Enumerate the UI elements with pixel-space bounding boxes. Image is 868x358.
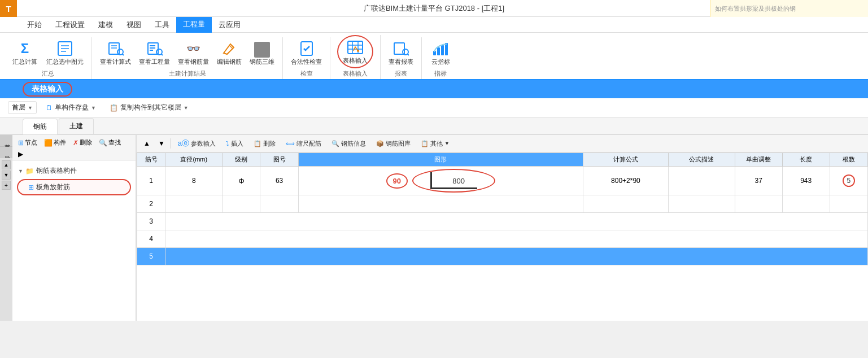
find-label: 查找 [108,138,121,147]
nav-arrow-down[interactable]: ▼ [2,171,11,180]
svg-rect-12 [150,45,155,46]
legality-check-button[interactable]: 合法性检查 [287,37,325,68]
view-formula-label: 查看计算式 [100,58,131,66]
other-icon: 📋 [421,140,429,147]
ribbon-group-summary-label: 汇总 [42,69,54,78]
delete-icon: ✗ [73,139,78,147]
menu-item-view[interactable]: 视图 [120,19,148,31]
sum-all-button[interactable]: Σ 汇总计算 [9,37,41,68]
right-delete-button[interactable]: 📋 删除 [250,138,279,149]
cell-id-1: 1 [137,167,165,195]
view-formula-button[interactable]: 查看计算式 [97,37,134,68]
edit-rebar-icon [220,40,238,58]
move-up-button[interactable]: ▲ [141,138,152,149]
rebar-info-button[interactable]: 🔍 钢筋信息 [328,138,369,149]
sidebar-tab-floor[interactable]: 首层 [0,135,12,147]
tree-area: ▼ 📁 钢筋表格构件 ⊞ 板角放射筋 [12,161,136,321]
col-header-count: 根数 [830,153,867,167]
tab-rebar[interactable]: 钢筋 [23,119,58,134]
table-row[interactable]: 2 [137,195,868,213]
toolbar-title: 表格输入 [23,82,72,97]
edit-rebar-button[interactable]: 编辑钢筋 [213,37,245,68]
left-panel: ⊞ 节点 🟧 构件 ✗ 删除 🔍 查找 ▶ ▼ 📁 钢筋表格构件 [12,135,137,321]
insert-button[interactable]: ⤵ 插入 [223,138,247,149]
left-toolbar: ⊞ 节点 🟧 构件 ✗ 删除 🔍 查找 ▶ [12,135,136,161]
child-icon: ⊞ [28,184,34,191]
svg-rect-27 [437,47,440,55]
other-button[interactable]: 📋 其他 ▼ [417,138,453,149]
table-input-icon [346,38,364,56]
save-member-button[interactable]: 🗒 单构件存盘 ▼ [41,102,101,113]
param-input-label: 参数输入 [191,139,216,148]
param-input-button[interactable]: aⓔ 参数输入 [175,137,219,150]
floor-selector[interactable]: 首层 ▼ [8,101,37,114]
delete-button[interactable]: ✗ 删除 [71,137,94,148]
cell-count-2 [830,195,867,213]
add-node-label: 节点 [25,138,37,147]
nav-arrow-up[interactable]: ▲ [2,160,11,169]
add-member-button[interactable]: 🟧 构件 [42,137,68,148]
cell-shape-1[interactable]: 90 800 [298,167,583,195]
add-node-icon: ⊞ [18,139,24,147]
view-quantity-button[interactable]: 查看工程量 [136,37,173,68]
scale-fit-button[interactable]: ⟺ 缩尺配筋 [282,138,325,149]
svg-point-22 [357,50,359,52]
tree-expand-icon: ▼ [18,168,23,174]
view-rebar-icon: 👓 [185,40,203,58]
col-header-grade: 级别 [223,153,260,167]
expand-icon[interactable]: ▶ [18,150,23,158]
tab-civil[interactable]: 土建 [59,118,94,134]
tree-root-item[interactable]: ▼ 📁 钢筋表格构件 [16,164,132,177]
move-down-button[interactable]: ▼ [156,138,167,149]
move-down-icon: ▼ [158,139,165,147]
table-row[interactable]: 4 [137,230,868,248]
svg-rect-14 [150,50,153,51]
copy-dropdown-icon: ▼ [184,105,189,111]
shape-val1: 90 [393,177,401,185]
menu-item-quantity[interactable]: 工程量 [176,17,212,33]
col-header-adj: 单曲调整 [735,153,782,167]
ribbon-group-index-label: 指标 [434,69,447,78]
cell-id-4: 4 [137,230,165,248]
col-header-diameter: 直径(mm) [165,153,223,167]
col-header-formula: 计算公式 [583,153,668,167]
svg-line-25 [408,54,409,56]
table-row[interactable]: 3 [137,213,868,230]
ribbon-group-report: 查看报表 报表 [381,37,422,79]
view-quantity-icon [146,40,164,58]
sidebar-tab-nav[interactable]: 导航 [0,147,12,158]
table-input-button[interactable]: 表格输入 [337,35,373,68]
sum-selected-icon [56,40,74,58]
legality-check-icon [298,40,316,58]
view-report-button[interactable]: 查看报表 [385,37,417,68]
menu-item-start[interactable]: 开始 [20,19,49,31]
floor-dropdown-icon: ▼ [28,105,33,111]
rebar-3d-button[interactable]: 钢筋三维 [246,40,278,68]
menu-item-tools[interactable]: 工具 [148,19,176,31]
menu-item-model[interactable]: 建模 [91,19,120,31]
menu-item-cloud[interactable]: 云应用 [212,19,247,31]
cell-desc-1 [669,167,735,195]
edit-rebar-label: 编辑钢筋 [217,58,242,66]
scale-fit-icon: ⟺ [286,140,295,147]
nav-arrow-plus[interactable]: + [2,181,11,190]
hint-box: 如何布置拱形梁及拱板处的钢 [710,0,868,17]
table-row[interactable]: 1 8 Φ 63 90 [137,167,868,195]
table-row-selected[interactable]: 5 [137,248,868,265]
menu-item-settings[interactable]: 工程设置 [49,19,91,31]
find-icon: 🔍 [99,139,107,147]
right-panel: ▲ ▼ aⓔ 参数输入 ⤵ 插入 📋 删除 ⟺ 缩尺配筋 [137,135,868,321]
add-node-button[interactable]: ⊞ 节点 [16,137,40,148]
rebar-lib-button[interactable]: 📦 钢筋图库 [373,138,414,149]
find-button[interactable]: 🔍 查找 [97,137,123,148]
cell-id-5: 5 [137,248,165,265]
cloud-index-button[interactable]: 云指标 [426,37,455,68]
cloud-index-icon [431,40,450,58]
copy-member-button[interactable]: 📋 复制构件到其它楼层 ▼ [105,102,193,113]
copy-icon: 📋 [110,104,118,112]
scale-fit-label: 缩尺配筋 [296,139,321,148]
delete-label: 删除 [80,138,92,147]
view-rebar-button[interactable]: 👓 查看钢筋量 [175,37,212,68]
tree-child-item[interactable]: ⊞ 板角放射筋 [17,179,131,195]
sum-selected-button[interactable]: 汇总选中图元 [43,37,87,68]
